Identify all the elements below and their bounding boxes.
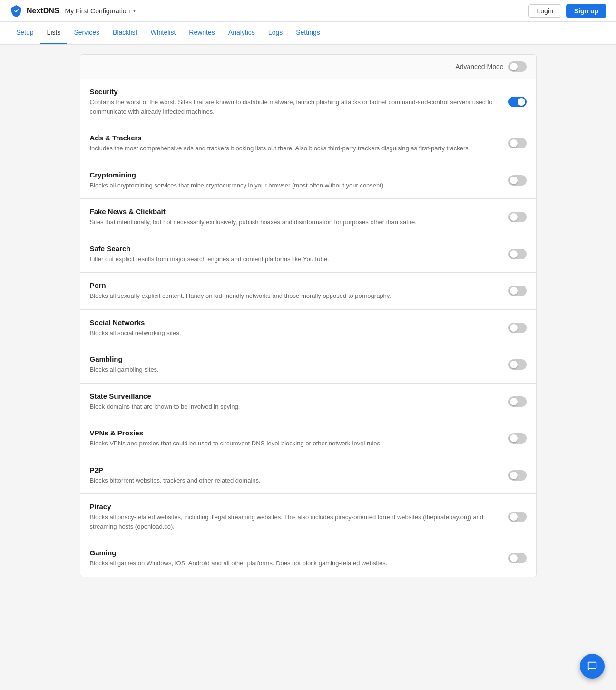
list-item-content-porn: Porn Blocks all sexually explicit conten…	[90, 281, 508, 301]
list-item-content-state-surveillance: State Surveillance Block domains that ar…	[90, 392, 508, 412]
list-item-desc-fake-news: Sites that intentionally, but not necess…	[90, 217, 499, 227]
toggle-gaming[interactable]	[508, 553, 527, 563]
list-item-desc-vpns-proxies: Blocks VPNs and proxies that could be us…	[90, 439, 499, 448]
slider-security	[508, 97, 527, 107]
list-item-desc-p2p: Blocks bittorrent websites, trackers and…	[90, 476, 499, 485]
toggle-security[interactable]	[508, 97, 527, 107]
list-item-title-social-networks: Social Networks	[90, 318, 499, 326]
slider-social-networks	[508, 323, 527, 333]
slider-porn	[508, 286, 527, 296]
slider-state-surveillance	[508, 396, 527, 407]
advanced-mode-label: Advanced Mode	[455, 63, 503, 70]
toggle-p2p[interactable]	[508, 470, 527, 481]
tab-lists[interactable]: Lists	[40, 22, 68, 44]
list-item-desc-social-networks: Blocks all social networking sites.	[90, 328, 499, 338]
list-item-vpns-proxies: VPNs & Proxies Blocks VPNs and proxies t…	[80, 420, 536, 457]
list-item-desc-gaming: Blocks all games on Windows, iOS, Androi…	[90, 559, 499, 568]
toggle-vpns-proxies[interactable]	[508, 433, 527, 444]
tab-blacklist[interactable]: Blacklist	[106, 22, 144, 44]
logo: NextDNS	[10, 4, 59, 18]
list-item-title-gambling: Gambling	[90, 355, 499, 363]
slider-gambling	[508, 359, 527, 370]
toggle-fake-news[interactable]	[508, 212, 527, 222]
list-item-security: Security Contains the worst of the worst…	[80, 79, 536, 125]
config-selector[interactable]: My First Configuration ▼	[65, 7, 137, 15]
list-item-title-safe-search: Safe Search	[90, 245, 499, 253]
list-item-title-fake-news: Fake News & Clickbait	[90, 207, 499, 216]
chevron-down-icon: ▼	[132, 8, 137, 13]
list-item-cryptomining: Cryptomining Blocks all cryptomining ser…	[80, 162, 536, 199]
list-item-title-piracy: Piracy	[90, 503, 499, 511]
tab-services[interactable]: Services	[67, 22, 106, 44]
login-button[interactable]: Login	[528, 4, 561, 18]
list-item-ads-trackers: Ads & Trackers Includes the most compreh…	[80, 125, 536, 162]
list-item-desc-ads-trackers: Includes the most comprehensive ads and …	[90, 144, 499, 153]
list-item-content-security: Security Contains the worst of the worst…	[90, 88, 508, 116]
slider-safe-search	[508, 249, 527, 259]
slider-gaming	[508, 553, 527, 563]
list-item-content-vpns-proxies: VPNs & Proxies Blocks VPNs and proxies t…	[90, 429, 508, 448]
list-item-desc-safe-search: Filter out explicit results from major s…	[90, 255, 499, 264]
list-item-piracy: Piracy Blocks all piracy-related website…	[80, 494, 536, 540]
toggle-porn[interactable]	[508, 286, 527, 296]
list-item-content-fake-news: Fake News & Clickbait Sites that intenti…	[90, 207, 508, 227]
slider-ads-trackers	[508, 138, 527, 148]
list-item-content-ads-trackers: Ads & Trackers Includes the most compreh…	[90, 134, 508, 153]
signup-button[interactable]: Sign up	[566, 4, 606, 18]
tab-setup[interactable]: Setup	[10, 22, 40, 44]
logo-text: NextDNS	[27, 7, 59, 15]
list-item-desc-gambling: Blocks all gambling sites.	[90, 365, 499, 375]
list-item-content-gambling: Gambling Blocks all gambling sites.	[90, 355, 508, 375]
list-items-container: Security Contains the worst of the worst…	[80, 79, 536, 577]
nav-tabs: Setup Lists Services Blacklist Whitelist…	[0, 22, 616, 45]
slider-p2p	[508, 470, 527, 481]
advanced-mode-toggle[interactable]	[508, 61, 527, 72]
list-item-content-safe-search: Safe Search Filter out explicit results …	[90, 245, 508, 264]
header: NextDNS My First Configuration ▼ Login S…	[0, 0, 616, 22]
list-item-gaming: Gaming Blocks all games on Windows, iOS,…	[80, 540, 536, 577]
main-content: Advanced Mode Security Contains the wors…	[70, 45, 546, 587]
tab-whitelist[interactable]: Whitelist	[144, 22, 182, 44]
list-item-desc-cryptomining: Blocks all cryptomining services that mi…	[90, 181, 499, 190]
header-left: NextDNS My First Configuration ▼	[10, 4, 137, 18]
list-item-content-piracy: Piracy Blocks all piracy-related website…	[90, 503, 508, 531]
list-item-content-social-networks: Social Networks Blocks all social networ…	[90, 318, 508, 338]
tab-settings[interactable]: Settings	[289, 22, 327, 44]
toggle-safe-search[interactable]	[508, 249, 527, 259]
list-item-title-state-surveillance: State Surveillance	[90, 392, 499, 400]
toggle-gambling[interactable]	[508, 359, 527, 370]
list-item-desc-security: Contains the worst of the worst. Sites t…	[90, 98, 499, 116]
list-item-title-gaming: Gaming	[90, 549, 499, 557]
slider-fake-news	[508, 212, 527, 222]
list-item-title-security: Security	[90, 88, 499, 96]
tab-analytics[interactable]: Analytics	[222, 22, 262, 44]
toggle-state-surveillance[interactable]	[508, 396, 527, 407]
config-name: My First Configuration	[65, 7, 130, 15]
list-item-content-gaming: Gaming Blocks all games on Windows, iOS,…	[90, 549, 508, 568]
advanced-mode-bar: Advanced Mode	[80, 55, 536, 79]
list-item-title-ads-trackers: Ads & Trackers	[90, 134, 499, 142]
toggle-cryptomining[interactable]	[508, 175, 527, 186]
list-item-desc-state-surveillance: Block domains that are known to be invol…	[90, 402, 499, 412]
slider-cryptomining	[508, 175, 527, 186]
list-item-porn: Porn Blocks all sexually explicit conten…	[80, 273, 536, 310]
lists-card: Advanced Mode Security Contains the wors…	[80, 54, 537, 577]
list-item-gambling: Gambling Blocks all gambling sites.	[80, 346, 536, 384]
list-item-title-p2p: P2P	[90, 466, 499, 474]
tab-logs[interactable]: Logs	[262, 22, 289, 44]
header-right: Login Sign up	[528, 4, 606, 18]
list-item-desc-piracy: Blocks all piracy-related websites, incl…	[90, 513, 499, 531]
list-item-title-vpns-proxies: VPNs & Proxies	[90, 429, 499, 437]
toggle-social-networks[interactable]	[508, 323, 527, 333]
list-item-p2p: P2P Blocks bittorrent websites, trackers…	[80, 457, 536, 494]
logo-icon	[10, 4, 23, 18]
list-item-fake-news: Fake News & Clickbait Sites that intenti…	[80, 199, 536, 236]
list-item-safe-search: Safe Search Filter out explicit results …	[80, 236, 536, 273]
list-item-content-cryptomining: Cryptomining Blocks all cryptomining ser…	[90, 171, 508, 190]
list-item-title-porn: Porn	[90, 281, 499, 289]
list-item-social-networks: Social Networks Blocks all social networ…	[80, 310, 536, 347]
toggle-piracy[interactable]	[508, 512, 527, 522]
list-item-title-cryptomining: Cryptomining	[90, 171, 499, 179]
toggle-ads-trackers[interactable]	[508, 138, 527, 148]
tab-rewrites[interactable]: Rewrites	[182, 22, 221, 44]
